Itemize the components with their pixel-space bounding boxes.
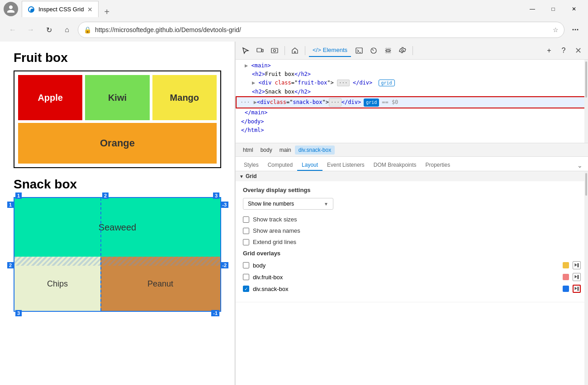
toolbar-separator-2	[305, 46, 305, 55]
grid-num-row3-bot-right: -1	[211, 310, 219, 316]
tab-styles[interactable]: Styles	[239, 160, 263, 171]
overlay-settings-title: Overlay display settings	[243, 187, 581, 193]
show-area-names-row[interactable]: Show area names	[243, 227, 581, 234]
url-bar[interactable]: 🔒 https://microsoftedge.github.io/Demos/…	[78, 22, 564, 38]
overlay-snackbox-color[interactable]	[563, 286, 569, 292]
grid-col-divider	[100, 198, 101, 311]
network-btn[interactable]	[382, 44, 394, 57]
grid-section-header[interactable]: ▼ Grid	[236, 171, 588, 181]
maximize-btn[interactable]: □	[543, 1, 564, 17]
grid-num-row2-right: -2	[220, 262, 228, 268]
star-btn[interactable]: ☆	[553, 26, 559, 33]
overlay-body-color[interactable]	[563, 262, 569, 268]
grid-overlays-title: Grid overlays	[243, 250, 581, 257]
snack-grid: Seaweed Chips Peanut	[14, 198, 220, 311]
back-btn[interactable]: ←	[5, 23, 20, 37]
svg-rect-8	[578, 263, 579, 268]
grid-num-row3-bot-left: 3	[15, 310, 22, 316]
html-line-main: ▶ <main>	[236, 61, 588, 70]
fruit-apple: Apple	[18, 75, 82, 120]
html-line-div-snack-selected[interactable]: ··· ▶ <div class="snack-box"> ··· </div>…	[236, 96, 588, 109]
html-panel: ▶ <main> <h2>Fruit box</h2> ▶ <div class…	[236, 60, 588, 143]
refresh-btn[interactable]: ↻	[42, 23, 56, 37]
settings-dt-btn[interactable]	[396, 44, 409, 57]
grid-num-col1-top: 1	[15, 192, 22, 199]
new-tab-btn[interactable]: +	[99, 7, 115, 17]
fruit-kiwi: Kiwi	[85, 75, 149, 120]
toolbar-separator-1	[285, 46, 285, 55]
window-controls: — □ ✕	[522, 1, 584, 17]
overlay-fruitbox-show-btn[interactable]	[573, 273, 581, 281]
webpage-panel: Fruit box Apple Kiwi Mango Orange Snack …	[0, 42, 235, 385]
help-btn[interactable]: ?	[557, 44, 570, 57]
dropdown-value: Show line numbers	[248, 201, 321, 207]
extend-grid-lines-checkbox[interactable]	[243, 239, 249, 245]
screenshot-btn[interactable]	[268, 44, 281, 57]
elements-label: Elements	[323, 47, 347, 53]
show-track-sizes-row[interactable]: Show track sizes	[243, 216, 581, 223]
bc-body[interactable]: body	[257, 146, 276, 155]
bc-html[interactable]: html	[239, 146, 257, 155]
url-text: https://microsoftedge.github.io/Demos/de…	[95, 26, 549, 33]
active-tab[interactable]: Inspect CSS Grid ✕	[22, 1, 99, 17]
show-track-sizes-checkbox[interactable]	[243, 216, 249, 223]
dropdown-arrow-icon: ▼	[324, 202, 328, 207]
bc-main[interactable]: main	[276, 146, 295, 155]
tab-dom-breakpoints[interactable]: DOM Breakpoints	[369, 160, 421, 171]
svg-rect-3	[271, 48, 278, 53]
grid-num-col2-top: 2	[102, 192, 109, 199]
tab-event-listeners[interactable]: Event Listeners	[322, 160, 369, 171]
more-tools-btn[interactable]: +	[543, 44, 555, 57]
grid-num-row1-right: -3	[220, 202, 228, 208]
tab-properties[interactable]: Properties	[421, 160, 455, 171]
grid-section: ▼ Grid Overlay display settings Show lin…	[236, 171, 588, 302]
overlay-fruitbox-checkbox[interactable]	[243, 274, 249, 280]
html-line-body-close: </body>	[236, 117, 588, 126]
overlay-snackbox-show-btn[interactable]	[573, 285, 581, 293]
show-area-names-checkbox[interactable]	[243, 228, 249, 234]
close-btn[interactable]: ✕	[564, 1, 584, 17]
overlay-body-checkbox[interactable]	[243, 262, 249, 268]
overlay-snackbox-checkbox[interactable]	[243, 286, 249, 292]
grid-num-row1-left: 1	[7, 202, 14, 208]
fruit-grid: Apple Kiwi Mango	[18, 75, 217, 120]
svg-point-4	[274, 49, 276, 52]
tab-computed[interactable]: Computed	[263, 160, 297, 171]
fruit-mango: Mango	[152, 75, 217, 120]
tab-close-btn[interactable]: ✕	[87, 6, 93, 13]
tabs-overflow-btn[interactable]: ⌄	[575, 160, 584, 171]
overlay-snackbox-row: div.snack-box	[243, 285, 581, 293]
snack-seaweed: Seaweed	[14, 198, 220, 257]
console-btn[interactable]	[353, 44, 365, 57]
snack-box-container: 1 2 3 1 -3 2 -2 3 -1 Seaweed Chips Peanu…	[14, 197, 221, 312]
tab-title: Inspect CSS Grid	[38, 6, 84, 13]
settings-more-btn[interactable]: ···	[568, 23, 583, 37]
edge-icon	[28, 6, 35, 13]
extend-grid-lines-row[interactable]: Extend grid lines	[243, 239, 581, 245]
performance-btn[interactable]	[367, 44, 380, 57]
svg-rect-2	[262, 49, 263, 52]
line-numbers-dropdown[interactable]: Show line numbers ▼	[243, 198, 333, 210]
forward-btn[interactable]: →	[24, 23, 38, 37]
inspect-element-btn[interactable]	[239, 44, 252, 57]
devtools-close-btn[interactable]: ✕	[572, 44, 584, 57]
overlay-body-label: body	[253, 262, 559, 269]
home-btn[interactable]: ⌂	[60, 23, 74, 37]
fruit-orange: Orange	[18, 123, 217, 164]
device-toggle-btn[interactable]	[254, 44, 266, 57]
overlay-body-show-btn[interactable]	[573, 261, 581, 269]
devtools-toolbar: </> Elements + ? ✕	[236, 42, 588, 60]
minimize-btn[interactable]: —	[522, 1, 543, 17]
fruit-box-container: Apple Kiwi Mango Orange	[14, 70, 221, 168]
bc-div-snack[interactable]: div.snack-box	[295, 146, 335, 155]
overlay-fruitbox-color[interactable]	[563, 274, 569, 280]
tab-layout[interactable]: Layout	[297, 160, 322, 171]
dollar-sign: == $0	[382, 98, 398, 107]
show-track-sizes-label: Show track sizes	[253, 216, 297, 223]
grid-section-content: Overlay display settings Show line numbe…	[236, 181, 588, 302]
breadcrumb: html body main div.snack-box	[236, 143, 588, 157]
fruit-box-title: Fruit box	[14, 51, 221, 65]
elements-tab-btn[interactable]: </> Elements	[309, 44, 351, 57]
home-dt-btn[interactable]	[289, 44, 301, 57]
html-line-main-close: </main>	[236, 108, 588, 117]
